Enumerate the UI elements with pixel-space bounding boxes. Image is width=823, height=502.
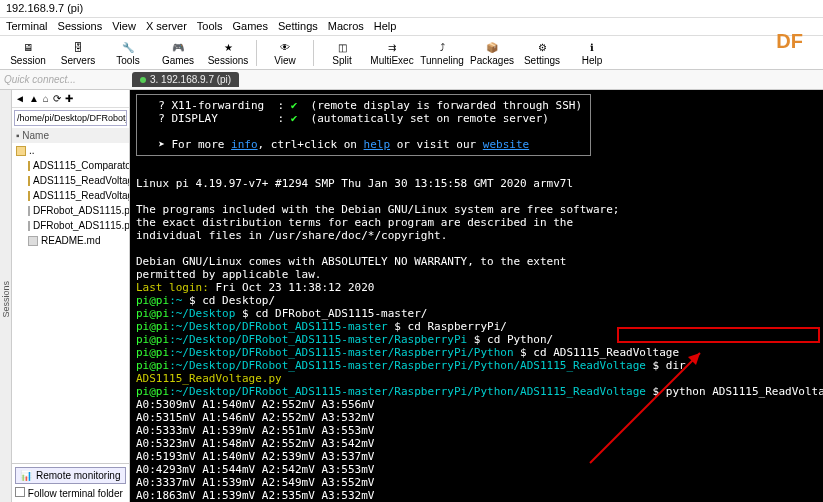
titlebar: 192.168.9.7 (pi)	[0, 0, 823, 18]
sidebar-toolbar: ◄ ▲ ⌂ ⟳ ✚	[12, 90, 129, 108]
ssh-banner-box: ? X11-forwarding : ✔ (remote display is …	[136, 94, 591, 156]
session-icon: 🖥	[20, 39, 36, 55]
file-sidebar: ◄ ▲ ⌂ ⟳ ✚ /home/pi/Desktop/DFRobot_ADS11…	[12, 90, 130, 502]
lefttab-sessions[interactable]: Sessions	[1, 281, 11, 318]
nav-new-icon[interactable]: ✚	[65, 93, 73, 104]
tree-parent[interactable]: ..	[12, 143, 129, 158]
packages-icon: 📦	[484, 39, 500, 55]
menu-xserver[interactable]: X server	[146, 20, 187, 33]
quick-connect[interactable]: Quick connect...	[4, 74, 104, 85]
nav-refresh-icon[interactable]: ⟳	[53, 93, 61, 104]
games-button[interactable]: 🎮Games	[156, 39, 200, 66]
folder-icon	[28, 191, 30, 201]
file-icon	[28, 236, 38, 246]
help-button[interactable]: ℹHelp	[570, 39, 614, 66]
search-row: Quick connect... 3. 192.168.9.7 (pi)	[0, 70, 823, 90]
tree-item[interactable]: ADS1115_ReadVoltage	[12, 173, 129, 188]
tree-item[interactable]: README.md	[12, 233, 129, 248]
terminal-tab[interactable]: 3. 192.168.9.7 (pi)	[132, 72, 239, 87]
view-button[interactable]: 👁View	[263, 39, 307, 66]
folder-icon	[28, 176, 30, 186]
menu-sessions[interactable]: Sessions	[58, 20, 103, 33]
tools-button[interactable]: 🔧Tools	[106, 39, 150, 66]
split-button[interactable]: ◫Split	[320, 39, 364, 66]
menu-view[interactable]: View	[112, 20, 136, 33]
settings-icon: ⚙	[534, 39, 550, 55]
split-icon: ◫	[334, 39, 350, 55]
tree-item[interactable]: ADS1115_ReadVoltage_cascade	[12, 188, 129, 203]
sidebar-header: ▪ Name	[12, 128, 129, 143]
sessions-icon: ★	[220, 39, 236, 55]
menu-help[interactable]: Help	[374, 20, 397, 33]
sessions-button[interactable]: ★Sessions	[206, 39, 250, 66]
sidebar-bottom: 📊 Remote monitoring Follow terminal fold…	[12, 463, 129, 502]
games-icon: 🎮	[170, 39, 186, 55]
tools-icon: 🔧	[120, 39, 136, 55]
menu-games[interactable]: Games	[233, 20, 268, 33]
nav-back-icon[interactable]: ◄	[15, 93, 25, 104]
settings-button[interactable]: ⚙Settings	[520, 39, 564, 66]
packages-button[interactable]: 📦Packages	[470, 39, 514, 66]
view-icon: 👁	[277, 39, 293, 55]
servers-icon: 🗄	[70, 39, 86, 55]
toolbar: 🖥Session🗄Servers🔧Tools🎮Games★Sessions👁Vi…	[0, 36, 823, 70]
tunneling-button[interactable]: ⤴Tunneling	[420, 39, 464, 66]
nav-up-icon[interactable]: ▲	[29, 93, 39, 104]
multiexec-icon: ⇉	[384, 39, 400, 55]
follow-terminal[interactable]: Follow terminal folder	[15, 487, 126, 499]
file-tree: .. ADS1115_ComparatorVoltageADS1115_Read…	[12, 143, 129, 463]
file-icon	[28, 206, 30, 216]
tunneling-icon: ⤴	[434, 39, 450, 55]
highlight-box	[617, 327, 820, 343]
left-tab-strip: Sessions Tools Macros Sftp	[0, 90, 12, 502]
brand-logo: DF	[776, 30, 803, 53]
menubar: Terminal Sessions View X server Tools Ga…	[0, 18, 823, 36]
checkbox-icon[interactable]	[15, 487, 25, 497]
tree-item[interactable]: ADS1115_ComparatorVoltage	[12, 158, 129, 173]
help-icon: ℹ	[584, 39, 600, 55]
servers-button[interactable]: 🗄Servers	[56, 39, 100, 66]
tree-item[interactable]: DFRobot_ADS1115.pyc	[12, 218, 129, 233]
folder-icon	[16, 146, 26, 156]
file-icon	[28, 221, 30, 231]
session-button[interactable]: 🖥Session	[6, 39, 50, 66]
tree-item[interactable]: DFRobot_ADS1115.py	[12, 203, 129, 218]
tab-status-icon	[140, 77, 146, 83]
folder-icon	[28, 161, 30, 171]
menu-settings[interactable]: Settings	[278, 20, 318, 33]
multiexec-button[interactable]: ⇉MultiExec	[370, 39, 414, 66]
menu-terminal[interactable]: Terminal	[6, 20, 48, 33]
remote-monitoring[interactable]: 📊 Remote monitoring	[15, 467, 126, 484]
path-bar[interactable]: /home/pi/Desktop/DFRobot_ADS1115-m	[14, 110, 127, 126]
terminal[interactable]: ? X11-forwarding : ✔ (remote display is …	[130, 90, 823, 502]
nav-home-icon[interactable]: ⌂	[43, 93, 49, 104]
menu-macros[interactable]: Macros	[328, 20, 364, 33]
menu-tools[interactable]: Tools	[197, 20, 223, 33]
